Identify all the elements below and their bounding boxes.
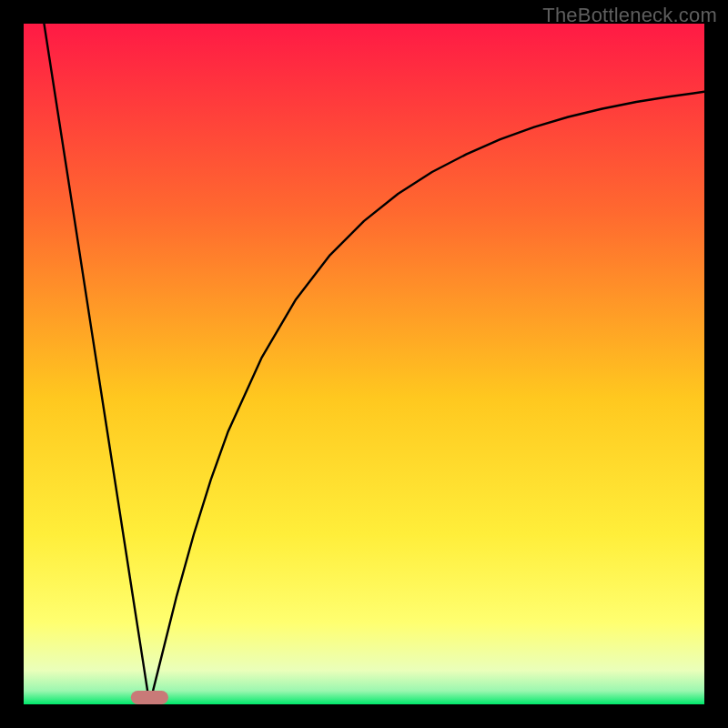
min-marker — [131, 691, 168, 704]
gradient-background — [24, 24, 704, 704]
chart-frame — [24, 24, 704, 704]
watermark-text: TheBottleneck.com — [542, 4, 717, 27]
chart-svg — [24, 24, 704, 704]
